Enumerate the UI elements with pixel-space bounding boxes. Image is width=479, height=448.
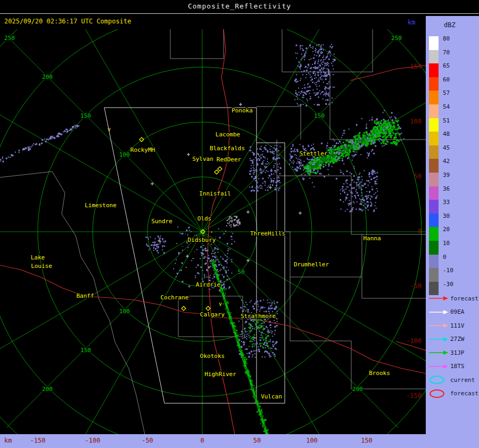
legend-row: 27ZW (428, 334, 465, 345)
scale-swatch (429, 173, 439, 186)
scale-title: dBZ (444, 21, 456, 29)
scale-value-label: 65 (443, 62, 450, 69)
city-label: Sundre (151, 218, 172, 225)
city-label: Lacombe (216, 131, 240, 138)
horizontal-axis-tick: 100 (299, 437, 325, 444)
legend-arrow-label: 18TS (450, 363, 465, 370)
svg-text:200: 200 (42, 386, 53, 393)
city-label: Louise (31, 263, 52, 270)
city-label: Brooks (369, 370, 390, 377)
legend-row: forecast (428, 388, 478, 399)
scale-swatch (429, 241, 439, 255)
city-label: Strathmore (241, 313, 276, 320)
city-label: Okotoks (200, 353, 225, 360)
scale-value-label: 60 (443, 76, 450, 83)
legend-arrow-label: 31JP (450, 349, 465, 356)
legend-arrow-icon (428, 336, 449, 343)
city-label: Hanna (363, 235, 381, 242)
scale-swatch (429, 91, 439, 104)
city-label: Innisfail (199, 190, 231, 197)
scale-value-label: 48 (443, 131, 450, 137)
svg-text:200: 200 (42, 74, 53, 80)
scale-swatch (429, 268, 439, 282)
scale-value-label: 57 (443, 89, 450, 96)
svg-text:100: 100 (119, 151, 130, 158)
svg-text:150: 150 (314, 112, 325, 119)
scale-swatch (429, 104, 439, 118)
scale-swatch (429, 50, 439, 64)
scale-value-label: 70 (443, 49, 450, 56)
legend-ellipse-icon (428, 375, 449, 385)
scale-value-label: 39 (443, 172, 450, 178)
window-titlebar: Composite_Reflectivity (0, 0, 479, 13)
radar-display: 10015020025010015020015025050200PonokaLa… (0, 29, 426, 434)
legend-arrow-icon (428, 308, 449, 316)
legend-ellipse-icon (428, 389, 449, 398)
horizontal-axis-tick: -50 (135, 437, 160, 444)
color-scale: 807065605754514845423936333020100-10-30 (426, 36, 479, 297)
legend-arrow-icon (428, 349, 449, 356)
city-label: RockyMH (130, 146, 155, 153)
vector-v-marker: v (219, 301, 222, 307)
vertical-axis-tick: 100 (400, 118, 422, 125)
city-label: Cochrane (161, 294, 189, 301)
vertical-axis-tick: 0 (400, 227, 422, 235)
radar-site-diamond-icon (218, 167, 222, 171)
timestamp-label: 2025/09/20 02:36:17 UTC Composite (4, 18, 131, 25)
city-label: ThreeHills (250, 230, 285, 237)
legend-arrow-label: 111V (450, 322, 465, 329)
scale-swatch (429, 145, 439, 159)
city-label: Sylvan (192, 156, 213, 162)
window-title: Composite_Reflectivity (188, 2, 291, 10)
scale-value-label: 80 (443, 35, 450, 42)
vertical-axis-unit: km (408, 19, 415, 26)
scale-swatch (429, 132, 439, 145)
scale-value-label: 54 (443, 103, 450, 110)
scale-swatch (429, 214, 439, 227)
legend-row: 31JP (428, 347, 465, 358)
city-label: Lake (31, 254, 45, 261)
city-label: Ponoka (232, 107, 253, 114)
range-ring-labels: 10015020025010015020015025050200 (4, 35, 402, 393)
legend-row: 111V (428, 320, 465, 331)
scale-swatch (429, 118, 439, 132)
legend-row: forecast (428, 293, 478, 304)
scale-swatch (429, 63, 439, 77)
scale-value-label: 33 (443, 199, 450, 206)
vertical-axis-tick: 50 (400, 173, 422, 180)
legend-ellipse-label: current (450, 377, 475, 384)
scale-value-label: 51 (443, 117, 450, 124)
radar-site-diamond-icon (206, 306, 210, 311)
scale-swatch (429, 255, 439, 268)
legend-row: 09EA (428, 307, 465, 317)
legend-panel: dBZ 807065605754514845423936333020100-10… (426, 16, 479, 448)
city-label: RedDeer (217, 156, 242, 163)
vertical-axis-tick: -150 (400, 392, 422, 400)
horizontal-axis-tick: 0 (189, 437, 215, 444)
svg-text:100: 100 (119, 308, 130, 315)
vertical-axis-tick: -50 (400, 282, 422, 290)
city-label: Olds (197, 215, 212, 222)
radar-site-diamond-icon (181, 306, 186, 311)
scale-value-label: 36 (443, 185, 450, 192)
vector-v-marker: v (108, 126, 111, 132)
city-label: Stettler (300, 150, 328, 157)
scale-value-label: 45 (443, 144, 450, 151)
horizontal-axis-tick: 50 (244, 437, 270, 444)
svg-text:50: 50 (237, 268, 244, 275)
vertical-axis-tick: -100 (400, 337, 422, 345)
scale-swatch (429, 186, 439, 200)
legend-arrow-label: 09EA (450, 308, 465, 315)
city-labels: PonokaLacombeBlackfaldsRedDeerSylvanRock… (31, 107, 390, 400)
svg-text:250: 250 (4, 35, 15, 42)
scale-value-label: 0 (443, 254, 447, 260)
legend-row: current (428, 374, 475, 385)
city-label: Airdrie (196, 281, 220, 288)
horizontal-axis-unit: km (4, 437, 12, 444)
radar-site-diamond-icon (214, 170, 219, 174)
scale-swatch (429, 200, 439, 214)
horizontal-axis-tick: 150 (354, 437, 379, 444)
city-label: Blackfalds (210, 145, 245, 152)
svg-text:200: 200 (352, 386, 363, 393)
city-label: Banff (76, 292, 94, 299)
